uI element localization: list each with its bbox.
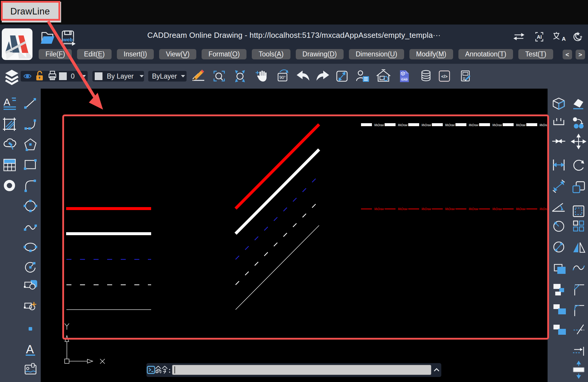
svg-text:MxDraw: MxDraw <box>374 207 384 211</box>
svg-text:MxDraw: MxDraw <box>422 207 431 211</box>
svg-text:MxDraw: MxDraw <box>445 123 455 127</box>
svg-text:MxDraw: MxDraw <box>469 123 478 127</box>
svg-text:MxDraw: MxDraw <box>445 207 455 211</box>
svg-text:MxDraw: MxDraw <box>516 207 526 211</box>
svg-text:MxDraw: MxDraw <box>492 207 502 211</box>
svg-text:MxDraw: MxDraw <box>469 207 478 211</box>
svg-text:MxDraw: MxDraw <box>398 207 408 211</box>
svg-text:MxDraw: MxDraw <box>422 123 431 127</box>
svg-text:MxDraw: MxDraw <box>492 123 502 127</box>
svg-text:MxDraw: MxDraw <box>374 123 384 127</box>
svg-text:MxDraw: MxDraw <box>516 123 526 127</box>
svg-text:MxDraw: MxDraw <box>398 123 408 127</box>
